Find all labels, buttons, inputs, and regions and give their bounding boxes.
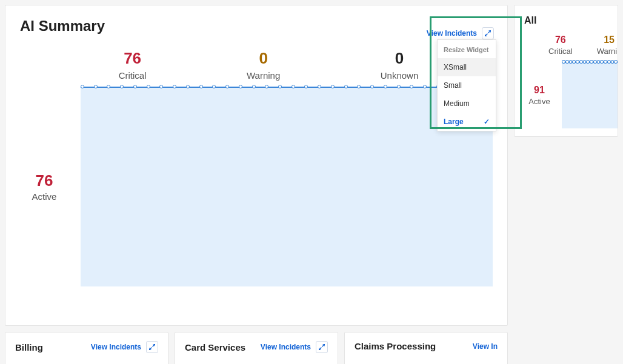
active-value: 76 bbox=[20, 171, 68, 190]
resize-option-large[interactable]: Large ✓ bbox=[438, 113, 496, 131]
resize-option-medium[interactable]: Medium bbox=[438, 94, 496, 113]
claims-processing-widget: Claims Processing View In bbox=[344, 332, 508, 364]
all-active-label: Active bbox=[524, 97, 555, 106]
all-warning-label: Warnin bbox=[597, 47, 618, 56]
view-incidents-link[interactable]: View Incidents bbox=[427, 29, 477, 38]
all-warning-stat: 15 Warnin bbox=[597, 35, 618, 56]
resize-widget-menu: Resize Widget XSmall Small Medium Large … bbox=[437, 39, 496, 131]
all-active-stat: 91 Active bbox=[524, 85, 555, 106]
all-chart-wrap: 91 Active bbox=[524, 62, 618, 128]
resize-option-xsmall[interactable]: XSmall bbox=[438, 58, 496, 76]
view-incidents-group: View Incidents bbox=[427, 27, 494, 39]
all-title: All bbox=[524, 15, 618, 26]
expand-icon bbox=[485, 30, 491, 36]
all-critical-label: Critical bbox=[548, 47, 573, 56]
expand-widget-button[interactable] bbox=[482, 27, 494, 39]
unknown-label: Unknown bbox=[381, 70, 419, 81]
all-warning-value: 15 bbox=[597, 35, 618, 45]
expand-icon bbox=[319, 344, 325, 350]
resize-menu-header: Resize Widget bbox=[438, 40, 496, 58]
active-stat: 76 Active bbox=[20, 171, 68, 202]
resize-option-small[interactable]: Small bbox=[438, 76, 496, 94]
critical-label: Critical bbox=[119, 70, 147, 81]
active-label: Active bbox=[20, 191, 68, 202]
all-active-value: 91 bbox=[524, 85, 555, 96]
unknown-value: 0 bbox=[381, 49, 419, 68]
critical-value: 76 bbox=[119, 49, 147, 68]
all-area-chart[interactable] bbox=[562, 62, 618, 128]
warning-stat: 0 Warning bbox=[247, 49, 280, 81]
warning-value: 0 bbox=[247, 49, 280, 68]
all-critical-value: 76 bbox=[548, 35, 573, 45]
summary-chart-wrap: 76 Active bbox=[20, 87, 493, 286]
claims-processing-title: Claims Processing bbox=[355, 341, 436, 351]
billing-title: Billing bbox=[15, 342, 43, 352]
ai-summary-widget: AI Summary View Incidents Resize Widget … bbox=[5, 5, 508, 326]
summary-area-chart[interactable] bbox=[81, 87, 493, 286]
claims-view-incidents-link[interactable]: View In bbox=[473, 342, 498, 351]
summary-stats-row: 76 Critical 0 Warning 0 Unknown bbox=[68, 49, 468, 81]
unknown-stat: 0 Unknown bbox=[381, 49, 419, 81]
billing-view-incidents-link[interactable]: View Incidents bbox=[91, 343, 141, 351]
check-icon: ✓ bbox=[484, 117, 490, 126]
card-services-expand-button[interactable] bbox=[316, 341, 328, 353]
billing-widget: Billing View Incidents bbox=[5, 332, 168, 364]
card-services-widget: Card Services View Incidents bbox=[175, 332, 338, 364]
card-services-title: Card Services bbox=[185, 342, 245, 352]
all-critical-stat: 76 Critical bbox=[548, 35, 573, 56]
critical-stat: 76 Critical bbox=[119, 49, 147, 81]
all-widget: All 76 Critical 15 Warnin 91 Active bbox=[514, 5, 618, 137]
expand-icon bbox=[149, 344, 155, 350]
ai-summary-title: AI Summary bbox=[20, 18, 493, 35]
billing-expand-button[interactable] bbox=[146, 341, 158, 353]
card-services-view-incidents-link[interactable]: View Incidents bbox=[261, 343, 311, 351]
all-stats-row: 76 Critical 15 Warnin bbox=[548, 35, 618, 56]
warning-label: Warning bbox=[247, 70, 280, 81]
small-widgets-row: Billing View Incidents Card Services bbox=[5, 332, 508, 364]
